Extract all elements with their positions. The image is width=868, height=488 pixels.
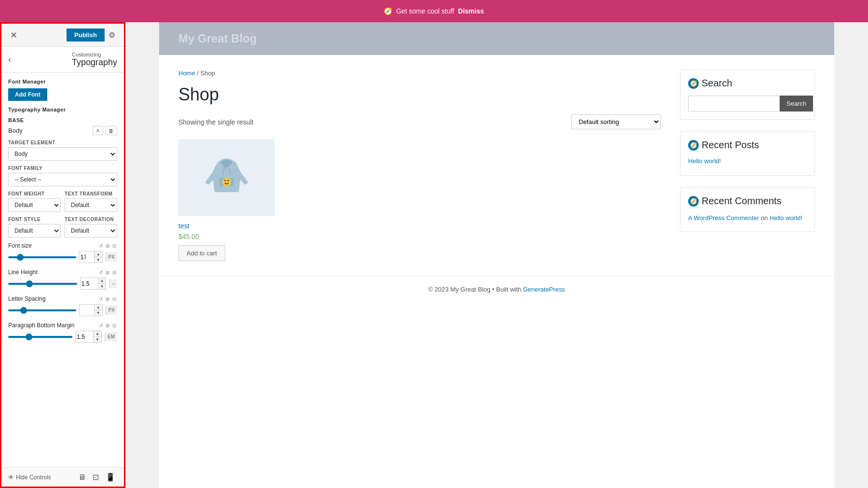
site-header-title: My Great Blog	[178, 32, 257, 45]
recent-comments-title: 🧭 Recent Comments	[688, 195, 807, 207]
line-height-row: Line Height ↺ ⊞ ⊟ ▲ ▼	[8, 269, 117, 290]
product-image	[178, 139, 275, 216]
font-size-unit[interactable]: PX	[106, 252, 117, 262]
font-size-reset[interactable]: ↺	[98, 243, 104, 249]
admin-bar: 🧭 Get some cool stuff Dismiss	[0, 0, 868, 22]
font-weight-select[interactable]: Default 100 400 700	[8, 198, 61, 212]
delete-row-button[interactable]: 🗑	[105, 126, 117, 135]
line-height-input-wrap: ▲ ▼	[80, 278, 107, 290]
collapse-button[interactable]: ∧	[93, 126, 103, 135]
add-font-button[interactable]: Add Font	[8, 88, 47, 101]
add-to-cart-button[interactable]: Add to cart	[178, 245, 225, 261]
letter-spacing-input[interactable]	[80, 305, 94, 316]
breadcrumb: Home / Shop	[178, 70, 661, 77]
svg-point-1	[222, 178, 231, 186]
para-margin-input[interactable]	[76, 331, 93, 342]
letter-spacing-reset[interactable]: ↺	[98, 296, 104, 302]
comment-author-link[interactable]: A WordPress Commenter	[688, 214, 759, 222]
letter-spacing-label: Letter Spacing	[8, 295, 45, 302]
font-size-minus[interactable]: ⊟	[111, 243, 117, 249]
panel-footer: 👁 Hide Controls 🖥 ⊡ 📱	[1, 467, 124, 487]
search-title-text: Search	[702, 78, 732, 89]
recent-posts-title-text: Recent Posts	[702, 139, 759, 151]
font-size-input-wrap: ▲ ▼	[79, 251, 103, 263]
comment-on-text: on	[761, 214, 770, 222]
base-label: BASE	[8, 117, 117, 123]
para-margin-minus[interactable]: ⊟	[111, 323, 117, 328]
product-card: test $45.00 Add to cart	[178, 139, 275, 261]
product-price: $45.00	[178, 233, 275, 240]
line-height-label: Line Height	[8, 269, 38, 276]
target-element-select[interactable]: Body H1 H2 H3	[8, 147, 117, 161]
font-size-slider[interactable]	[8, 256, 76, 258]
font-family-select[interactable]: -- Select --	[8, 173, 117, 186]
dismiss-link[interactable]: Dismiss	[458, 7, 484, 15]
recent-comments-title-text: Recent Comments	[702, 195, 782, 207]
para-margin-unit[interactable]: EM	[105, 332, 117, 341]
line-height-up[interactable]: ▲	[98, 278, 106, 284]
hide-controls-button[interactable]: 👁 Hide Controls	[8, 474, 51, 481]
breadcrumb-home-link[interactable]: Home	[178, 70, 195, 77]
recent-posts-list: Hello world!	[688, 157, 807, 165]
letter-spacing-minus[interactable]: ⊟	[111, 296, 117, 302]
recent-posts-icon: 🧭	[688, 140, 699, 151]
font-manager-heading: Font Manager	[8, 79, 117, 84]
line-height-unit[interactable]: –	[109, 279, 117, 288]
search-submit-button[interactable]: Search	[780, 96, 813, 112]
text-decoration-col: TEXT DECORATION Default None Underline	[65, 217, 117, 237]
desktop-view-button[interactable]: 🖥	[76, 472, 88, 483]
letter-spacing-up[interactable]: ▲	[94, 305, 102, 310]
text-transform-label: TEXT TRANSFORM	[65, 191, 117, 196]
letter-spacing-slider[interactable]	[8, 309, 76, 311]
letter-spacing-input-wrap: ▲ ▼	[79, 304, 103, 316]
customizer-panel: ✕ Publish ⚙ ‹ Customizing Typography Fon…	[0, 22, 125, 488]
para-margin-link[interactable]: ⊞	[105, 323, 110, 328]
tablet-view-button[interactable]: ⊡	[91, 472, 101, 483]
back-button[interactable]: ‹	[8, 55, 15, 65]
search-form: Search	[688, 96, 807, 112]
mobile-view-button[interactable]: 📱	[104, 472, 117, 483]
para-margin-down[interactable]: ▼	[93, 337, 101, 342]
recent-post-link[interactable]: Hello world!	[688, 157, 721, 165]
text-decoration-select[interactable]: Default None Underline	[65, 224, 117, 237]
font-size-down[interactable]: ▼	[94, 257, 102, 263]
font-style-select[interactable]: Default Normal Italic	[8, 224, 61, 237]
weight-transform-row: FONT WEIGHT Default 100 400 700 TEXT TRA…	[8, 191, 117, 212]
site-footer: © 2023 My Great Blog • Built with Genera…	[159, 276, 834, 303]
search-widget: 🧭 Search Search	[680, 70, 815, 120]
compass-icon: 🧭	[384, 7, 392, 15]
letter-spacing-link[interactable]: ⊞	[105, 296, 110, 302]
font-size-row: Font size ↺ ⊞ ⊟ ▲ ▼	[8, 242, 117, 263]
promo-text: Get some cool stuff	[396, 7, 454, 15]
letter-spacing-down[interactable]: ▼	[94, 310, 102, 316]
font-size-input[interactable]	[80, 251, 94, 263]
paragraph-margin-slider[interactable]	[8, 336, 72, 338]
product-title[interactable]: test	[178, 222, 275, 230]
font-size-link[interactable]: ⊞	[105, 243, 110, 249]
footer-link[interactable]: GeneratePress	[523, 286, 565, 293]
page-title: Shop	[178, 84, 661, 105]
line-height-minus[interactable]: ⊟	[111, 270, 117, 275]
line-height-input[interactable]	[81, 278, 98, 289]
publish-button[interactable]: Publish	[67, 28, 105, 42]
para-margin-up[interactable]: ▲	[93, 331, 101, 337]
comment-post-link[interactable]: Hello world!	[770, 214, 802, 222]
sort-select[interactable]: Default sorting Sort by popularity Sort …	[571, 114, 661, 129]
text-transform-select[interactable]: Default None Uppercase Capitalize	[65, 198, 117, 212]
gear-button[interactable]: ⚙	[105, 28, 119, 42]
body-row: Body ∧ 🗑	[8, 126, 117, 135]
font-weight-label: FONT WEIGHT	[8, 191, 61, 196]
para-margin-reset[interactable]: ↺	[98, 323, 104, 328]
line-height-down[interactable]: ▼	[98, 284, 106, 289]
font-size-up[interactable]: ▲	[94, 251, 102, 257]
close-button[interactable]: ✕	[6, 28, 21, 42]
line-height-slider[interactable]	[8, 283, 77, 285]
device-switcher: 🖥 ⊡ 📱	[76, 472, 117, 483]
search-input[interactable]	[688, 96, 780, 112]
recent-posts-title: 🧭 Recent Posts	[688, 139, 807, 151]
letter-spacing-unit[interactable]: PX	[106, 306, 117, 315]
site-header: My Great Blog	[159, 22, 834, 55]
line-height-link[interactable]: ⊞	[105, 270, 110, 275]
search-widget-title: 🧭 Search	[688, 78, 807, 89]
line-height-reset[interactable]: ↺	[98, 270, 104, 275]
